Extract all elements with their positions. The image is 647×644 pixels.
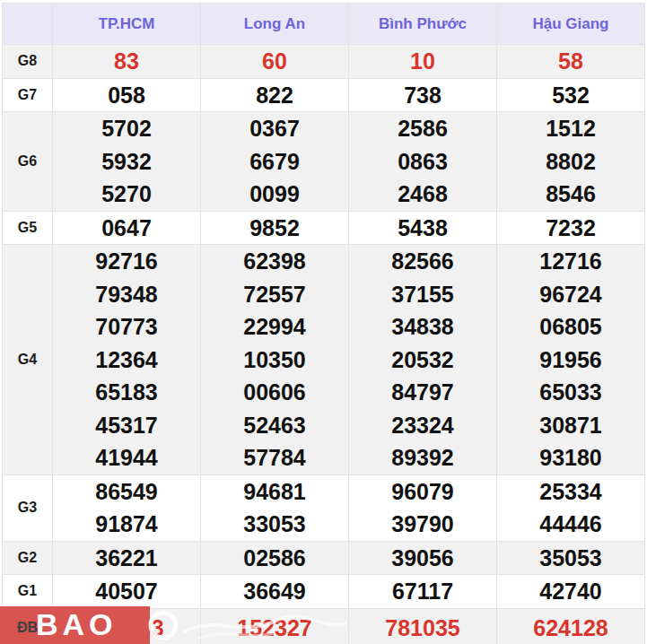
column-header-tphcm: TP.HCM [53, 4, 201, 45]
prize-label-g3: G3 [3, 474, 53, 541]
prize-value: 23324 [349, 409, 496, 442]
prize-value: 94681 [201, 475, 348, 509]
prize-label-g5: G5 [3, 211, 53, 245]
prize-value: 79348 [53, 278, 200, 311]
prize-value: 83 [53, 45, 200, 78]
prize-cell: 36649 [201, 575, 349, 609]
prize-value: 20532 [349, 344, 496, 377]
prize-table-body: G883601058G7058822738532G657025932527003… [3, 45, 645, 644]
prize-value: 82566 [349, 245, 496, 278]
prize-cell: 258608632468 [349, 112, 497, 212]
prize-value: 30871 [497, 409, 644, 442]
prize-value: 7232 [497, 212, 644, 245]
prize-value: 36649 [201, 575, 348, 608]
prize-value: 84797 [349, 376, 496, 409]
prize-value: 02586 [201, 542, 348, 575]
prize-value: 65183 [53, 376, 200, 409]
prize-value: 12364 [53, 344, 200, 377]
prize-cell: 8654991874 [53, 474, 201, 541]
header-row: TP.HCM Long An Bình Phước Hậu Giang [3, 4, 645, 45]
column-header-hau-giang: Hậu Giang [497, 4, 645, 45]
prize-row-g5: G50647985254387232 [3, 211, 645, 245]
prize-cell: 2533444446 [497, 474, 645, 541]
prize-cell: 92716793487077312364651834531741944 [53, 245, 201, 475]
prize-row-g8: G883601058 [3, 45, 645, 79]
prize-cell: 35053 [497, 541, 645, 575]
prize-value: 058 [53, 79, 200, 112]
prize-value: 58 [497, 45, 644, 78]
prize-cell: 738 [349, 78, 497, 112]
prize-value: 67117 [349, 575, 496, 608]
prize-value: 1512 [497, 112, 644, 145]
results-table: TP.HCM Long An Bình Phước Hậu Giang G883… [2, 3, 645, 644]
prize-value: 6679 [201, 145, 348, 178]
prize-value: 72557 [201, 278, 348, 311]
prize-cell: 83 [53, 45, 201, 79]
prize-value: 39790 [349, 508, 496, 541]
prize-value: 22994 [201, 310, 348, 344]
prize-cell: 532 [497, 78, 645, 112]
prize-cell: 058 [53, 78, 201, 112]
prize-cell: 67117 [349, 575, 497, 609]
prize-cell: 62398725572299410350006065246357784 [201, 245, 349, 475]
prize-cell: 39056 [349, 541, 497, 575]
prize-value: 60 [201, 45, 348, 78]
corner-cell [3, 4, 53, 45]
prize-value: 91874 [53, 508, 200, 541]
prize-value: 34838 [349, 310, 496, 344]
prize-value: 06805 [497, 310, 644, 344]
prize-label-g6: G6 [3, 112, 53, 212]
prize-value: 5270 [53, 178, 200, 211]
prize-value: 5438 [349, 212, 496, 245]
prize-label-g2: G2 [3, 541, 53, 575]
prize-value: 92716 [53, 245, 200, 278]
column-header-binh-phuoc: Bình Phước [349, 4, 497, 45]
prize-value: 65033 [497, 376, 644, 409]
prize-value: 91956 [497, 344, 644, 377]
prize-value: 25334 [497, 475, 644, 509]
prize-value: 5702 [53, 112, 200, 145]
prize-row-g7: G7058822738532 [3, 78, 645, 112]
prize-cell: 036766790099 [201, 112, 349, 212]
prize-cell: 10 [349, 45, 497, 79]
prize-value: 781035 [349, 612, 496, 644]
prize-value: 70773 [53, 310, 200, 344]
lottery-results-page: TP.HCM Long An Bình Phước Hậu Giang G883… [0, 0, 647, 644]
prize-label-g8: G8 [3, 45, 53, 79]
prize-cell: 7232 [497, 211, 645, 245]
prize-row-g3: G386549918749468133053960793979025334444… [3, 474, 645, 541]
prize-cell: 36221 [53, 541, 201, 575]
prize-row-g2: G236221025863905635053 [3, 541, 645, 575]
prize-cell: 40507 [53, 575, 201, 609]
prize-cell: 5438 [349, 211, 497, 245]
prize-cell: 60 [201, 45, 349, 79]
prize-value: 5932 [53, 145, 200, 178]
prize-value: 89392 [349, 441, 496, 474]
prize-cell: 9468133053 [201, 474, 349, 541]
prize-label-g7: G7 [3, 78, 53, 112]
prize-value: 0099 [201, 178, 348, 211]
prize-cell: 570259325270 [53, 112, 201, 212]
prize-value: 40507 [53, 575, 200, 608]
prize-row-g6: G657025932527003676679009925860863246815… [3, 112, 645, 212]
prize-value: 10 [349, 45, 496, 78]
prize-value: 96079 [349, 475, 496, 509]
prize-value: 39056 [349, 542, 496, 575]
prize-cell: 12716967240680591956650333087193180 [497, 245, 645, 475]
prize-value: 10350 [201, 344, 348, 377]
prize-cell: 151288028546 [497, 112, 645, 212]
prize-value: 86549 [53, 475, 200, 509]
prize-value: 12716 [497, 245, 644, 278]
prize-cell: 781035 [349, 608, 497, 644]
prize-value: 152327 [201, 612, 348, 644]
prize-label-g1: G1 [3, 575, 53, 609]
prize-value: 532 [497, 79, 644, 112]
prize-value: 0863 [349, 145, 496, 178]
prize-value: 0647 [53, 212, 200, 245]
prize-value: 41944 [53, 441, 200, 474]
prize-value: 37155 [349, 278, 496, 311]
prize-cell: 624128 [497, 608, 645, 644]
column-header-long-an: Long An [201, 4, 349, 45]
prize-value: 57784 [201, 441, 348, 474]
prize-value: 738 [349, 79, 496, 112]
